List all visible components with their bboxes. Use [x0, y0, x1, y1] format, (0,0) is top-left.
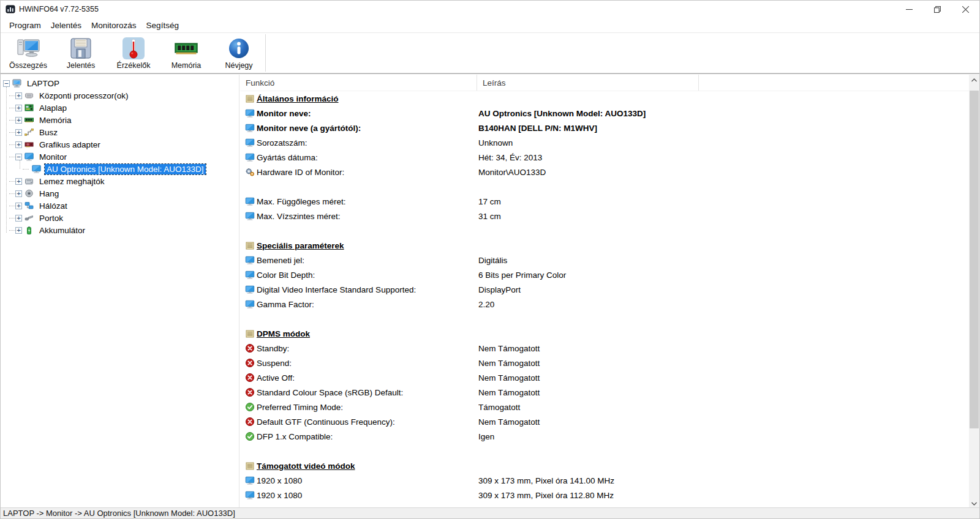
section-row-ltal-nos-inform-ci[interactable]: Általános információ — [240, 91, 969, 106]
detail-row-max-f-gg-leges-m-ret[interactable]: Max. Függőleges méret:17 cm — [240, 194, 969, 209]
section-row-t-mogatott-vide-m-dok[interactable]: Támogatott videó módok — [240, 458, 969, 473]
details-blank-row — [240, 179, 969, 194]
expand-toggle[interactable]: + — [15, 227, 22, 234]
detail-label: Speciális paraméterek — [257, 241, 478, 250]
close-button[interactable] — [951, 1, 979, 18]
menu-item-monitoroz-s[interactable]: Monitorozás — [86, 19, 141, 32]
detail-value: 6 Bits per Primary Color — [478, 271, 969, 280]
motherboard-icon — [24, 103, 35, 113]
detail-row-standard-colour-space-srgb-default[interactable]: Standard Colour Space (sRGB) Default:Nem… — [240, 385, 969, 400]
tree-item-grafikus-adapter[interactable]: +Grafikus adapter — [1, 138, 239, 151]
tree-connector-stub — [9, 206, 15, 206]
expand-toggle[interactable]: + — [15, 117, 22, 124]
details-rows: Általános információMonitor neve:AU Optr… — [240, 91, 969, 509]
section-row-dpms-m-dok[interactable]: DPMS módok — [240, 326, 969, 341]
hwinfo-window: HWiNFO64 v7.72-5355 ProgramJelentésMonit… — [0, 0, 980, 519]
monitor-icon — [245, 285, 257, 294]
detail-row-hardware-id-of-monitor[interactable]: Hardware ID of Monitor:Monitor\AUO133D — [240, 165, 969, 179]
expand-toggle[interactable]: + — [15, 141, 22, 148]
detail-label: Támogatott videó módok — [257, 461, 478, 471]
toolbar-button-sszegz-s[interactable]: Összegzés — [2, 33, 55, 73]
tree-connector-stub — [23, 169, 29, 170]
tree-item-h-l-zat[interactable]: +Hálózat — [1, 200, 239, 212]
network-icon — [24, 201, 35, 211]
tree-item-portok[interactable]: +Portok — [1, 212, 239, 224]
expand-toggle[interactable]: + — [15, 105, 22, 111]
tree-item-au-optronics-unknown-model-auo133d[interactable]: AU Optronics [Unknown Model: AUO133D] — [1, 163, 239, 175]
detail-row-active-off[interactable]: Active Off:Nem Támogatott — [240, 370, 969, 385]
column-header-leiras[interactable]: Leírás — [477, 75, 699, 91]
tree-item-label: Akkumulátor — [37, 225, 87, 236]
details-header: Funkció Leírás — [240, 75, 969, 91]
detail-row-suspend[interactable]: Suspend:Nem Támogatott — [240, 356, 969, 370]
tree-item-busz[interactable]: +Busz — [1, 126, 239, 138]
detail-row-max-v-zszintes-m-ret[interactable]: Max. Vízszintes méret:31 cm — [240, 209, 969, 223]
detail-row-preferred-timing-mode[interactable]: Preferred Timing Mode:Támogatott — [240, 400, 969, 414]
detail-row-default-gtf-continuous-frequency[interactable]: Default GTF (Continuous Frequency):Nem T… — [240, 414, 969, 429]
collapse-toggle[interactable]: − — [3, 80, 10, 87]
toolbar-button-rz-kel-k[interactable]: Érzékelők — [107, 33, 160, 73]
detail-value: Nem Támogatott — [478, 344, 969, 353]
detail-row-sorozatsz-m[interactable]: Sorozatszám:Unknown — [240, 135, 969, 150]
detail-label: Digital Video Interface Standard Support… — [257, 285, 478, 294]
monitor-icon — [245, 138, 257, 147]
toolbar-button-mem-ria[interactable]: Memória — [160, 33, 213, 73]
detail-value: DisplayPort — [478, 285, 969, 294]
minimize-button[interactable] — [895, 1, 923, 18]
tree-item-alaplap[interactable]: +Alaplap — [1, 102, 239, 114]
tree-item-laptop[interactable]: −LAPTOP — [1, 77, 239, 89]
disk-icon — [24, 176, 35, 186]
menu-item-jelent-s[interactable]: Jelentés — [46, 19, 86, 32]
scroll-up-button[interactable] — [969, 75, 979, 85]
detail-label: 1920 x 1080 — [257, 476, 478, 485]
ram-icon — [24, 115, 35, 125]
menu-item-seg-ts-g[interactable]: Segítség — [141, 19, 184, 32]
detail-label: Monitor neve: — [257, 109, 478, 118]
detail-label: Max. Vízszintes méret: — [257, 212, 478, 221]
tree-item-label: Hang — [37, 189, 61, 199]
expand-toggle[interactable]: + — [15, 92, 22, 99]
scrollbar-thumb[interactable] — [970, 91, 979, 428]
detail-row-1920-x-1080[interactable]: 1920 x 1080309 x 173 mm, Pixel óra 112.8… — [240, 488, 969, 502]
expand-toggle[interactable]: + — [15, 215, 22, 222]
tree-item-akkumul-tor[interactable]: +Akkumulátor — [1, 224, 239, 236]
detail-row-monitor-neve[interactable]: Monitor neve:AU Optronics [Unknown Model… — [240, 106, 969, 121]
section-row-speci-lis-param-terek[interactable]: Speciális paraméterek — [240, 238, 969, 253]
detail-label: Max. Függőleges méret: — [257, 197, 478, 206]
expand-toggle[interactable]: + — [15, 178, 22, 185]
detail-row-bemeneti-jel[interactable]: Bemeneti jel:Digitális — [240, 253, 969, 267]
detail-row-dfp-1-x-compatible[interactable]: DFP 1.x Compatible:Igen — [240, 429, 969, 444]
details-blank-row — [240, 223, 969, 238]
detail-row-1920-x-1080[interactable]: 1920 x 1080309 x 173 mm, Pixel óra 141.0… — [240, 473, 969, 488]
restore-button[interactable] — [923, 1, 951, 18]
expand-toggle[interactable]: + — [15, 203, 22, 209]
bus-icon — [24, 127, 35, 137]
detail-row-color-bit-depth[interactable]: Color Bit Depth:6 Bits per Primary Color — [240, 267, 969, 282]
tree-item-lemez-meghajt-k[interactable]: +Lemez meghajtók — [1, 175, 239, 187]
tree-item-mem-ria[interactable]: +Memória — [1, 114, 239, 126]
toolbar-button-jelent-s[interactable]: Jelentés — [55, 33, 107, 73]
tree-item-hang[interactable]: +Hang — [1, 187, 239, 200]
collapse-toggle[interactable]: − — [15, 154, 22, 160]
tree-item-monitor[interactable]: −Monitor — [1, 151, 239, 163]
battery-icon — [24, 225, 35, 235]
expand-toggle[interactable]: + — [15, 190, 22, 197]
tree-connector — [20, 160, 20, 169]
detail-row-digital-video-interface-standard-supported[interactable]: Digital Video Interface Standard Support… — [240, 282, 969, 297]
monitor-icon — [245, 196, 257, 206]
detail-row-standby[interactable]: Standby:Nem Támogatott — [240, 341, 969, 356]
ram-icon — [174, 36, 198, 61]
toolbar-label: Összegzés — [9, 61, 47, 70]
expand-toggle[interactable]: + — [15, 129, 22, 136]
detail-label: Default GTF (Continuous Frequency): — [257, 417, 478, 427]
monitor-icon — [24, 152, 35, 162]
menu-item-program[interactable]: Program — [4, 19, 46, 32]
detail-row-gy-rt-s-d-tuma[interactable]: Gyártás dátuma:Hét: 34, Év: 2013 — [240, 150, 969, 165]
detail-row-gamma-factor[interactable]: Gamma Factor:2.20 — [240, 297, 969, 312]
speaker-icon — [24, 189, 35, 198]
column-header-funkcio[interactable]: Funkció — [240, 75, 477, 91]
vertical-scrollbar[interactable] — [969, 75, 979, 509]
tree-item-k-zponti-processzor-ok[interactable]: +Központi processzor(ok) — [1, 89, 239, 102]
detail-row-monitor-neve-a-gy-rt-t-l[interactable]: Monitor neve (a gyártótól):B140HAN [DELL… — [240, 121, 969, 135]
toolbar-button-n-vjegy[interactable]: Névjegy — [213, 33, 265, 73]
